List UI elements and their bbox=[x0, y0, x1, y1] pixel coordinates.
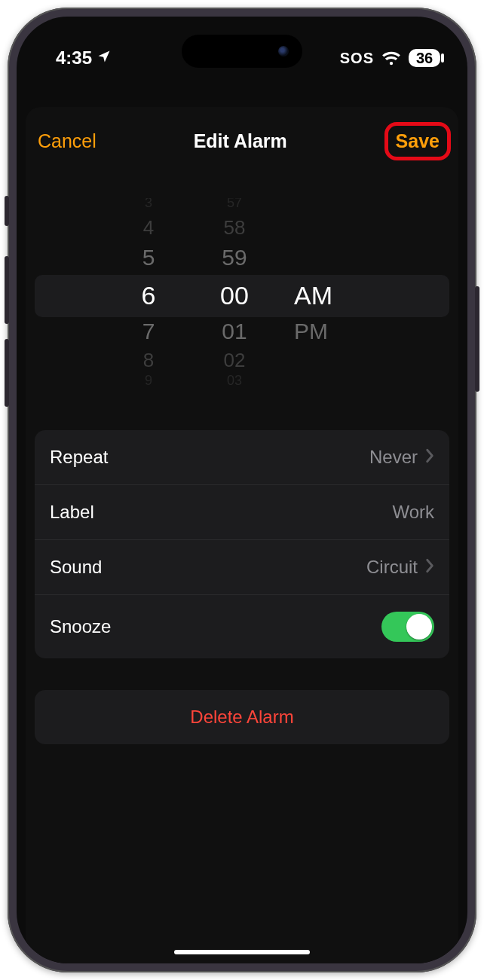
label-label: Label bbox=[50, 502, 94, 523]
toggle-knob bbox=[406, 614, 432, 640]
page-title: Edit Alarm bbox=[194, 130, 287, 152]
chevron-right-icon bbox=[425, 447, 434, 468]
sound-label: Sound bbox=[50, 557, 102, 578]
label-value: Work bbox=[392, 502, 434, 523]
minute-option[interactable]: 03 bbox=[208, 373, 261, 389]
minute-wheel[interactable]: 57 58 59 00 01 02 03 bbox=[208, 198, 261, 394]
sos-indicator: SOS bbox=[340, 50, 374, 67]
ampm-wheel[interactable]: AM PM bbox=[294, 198, 362, 394]
label-row[interactable]: Label Work bbox=[35, 484, 449, 539]
hour-option-selected[interactable]: 6 bbox=[122, 281, 175, 310]
ampm-option[interactable]: PM bbox=[294, 319, 362, 344]
save-button-highlight: Save bbox=[384, 122, 451, 160]
snooze-label: Snooze bbox=[50, 616, 111, 637]
phone-frame: 4:35 SOS 36 Cancel Ed bbox=[8, 8, 476, 972]
repeat-row[interactable]: Repeat Never bbox=[35, 430, 449, 484]
delete-alarm-button[interactable]: Delete Alarm bbox=[35, 690, 449, 744]
wifi-icon bbox=[381, 50, 401, 66]
minute-option[interactable]: 58 bbox=[208, 216, 261, 240]
screen: 4:35 SOS 36 Cancel Ed bbox=[17, 17, 467, 963]
minute-option-selected[interactable]: 00 bbox=[208, 281, 261, 310]
sound-row[interactable]: Sound Circuit bbox=[35, 539, 449, 594]
hour-option[interactable]: 8 bbox=[122, 349, 175, 372]
minute-option[interactable]: 59 bbox=[208, 245, 261, 270]
minute-option[interactable]: 01 bbox=[208, 319, 261, 344]
time-picker[interactable]: 3 4 5 6 7 8 9 57 58 59 00 01 02 bbox=[35, 198, 449, 394]
snooze-row: Snooze bbox=[35, 594, 449, 658]
edit-alarm-sheet: Cancel Edit Alarm Save 3 4 5 6 7 8 9 bbox=[26, 107, 458, 963]
location-arrow-icon bbox=[96, 47, 112, 69]
home-indicator[interactable] bbox=[174, 950, 310, 954]
front-camera-icon bbox=[278, 46, 289, 56]
repeat-label: Repeat bbox=[50, 447, 108, 468]
save-button[interactable]: Save bbox=[396, 130, 440, 151]
chevron-right-icon bbox=[425, 557, 434, 578]
hour-option[interactable]: 3 bbox=[122, 198, 175, 211]
alarm-settings-list: Repeat Never Label Work Sound bbox=[35, 430, 449, 658]
snooze-toggle[interactable] bbox=[381, 612, 434, 642]
power-button[interactable] bbox=[475, 286, 479, 392]
silent-switch[interactable] bbox=[5, 196, 9, 226]
delete-section: Delete Alarm bbox=[35, 690, 449, 744]
volume-up-button[interactable] bbox=[5, 256, 9, 324]
hour-option[interactable]: 5 bbox=[122, 245, 175, 270]
nav-bar: Cancel Edit Alarm Save bbox=[26, 107, 458, 176]
repeat-value: Never bbox=[369, 447, 418, 468]
hour-option[interactable]: 4 bbox=[122, 216, 175, 240]
hour-option[interactable]: 9 bbox=[122, 373, 175, 389]
status-time: 4:35 bbox=[56, 47, 92, 69]
minute-option[interactable]: 02 bbox=[208, 349, 261, 372]
ampm-option-selected[interactable]: AM bbox=[294, 281, 362, 310]
hour-wheel[interactable]: 3 4 5 6 7 8 9 bbox=[122, 198, 175, 394]
volume-down-button[interactable] bbox=[5, 339, 9, 407]
cancel-button[interactable]: Cancel bbox=[38, 130, 96, 152]
minute-option[interactable]: 57 bbox=[208, 198, 261, 211]
sound-value: Circuit bbox=[366, 557, 418, 578]
dynamic-island bbox=[182, 35, 302, 68]
hour-option[interactable]: 7 bbox=[122, 319, 175, 344]
battery-indicator: 36 bbox=[409, 49, 440, 67]
